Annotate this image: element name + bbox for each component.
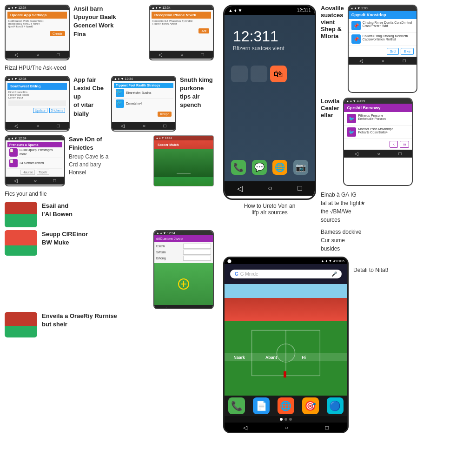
- dock-camera[interactable]: 📷: [293, 160, 308, 175]
- notif-phone-1-header: Cpysdt Knostdop: [349, 11, 416, 19]
- phone-3-text: First Councilths Field input lorem Lorem…: [7, 90, 67, 107]
- game-dock-chrome[interactable]: 🌐: [278, 397, 294, 414]
- game-screen: Naark Abant Hi: [225, 284, 347, 396]
- right-side-content: Aovalile suatces vient Shep & Mloria ▲ ♦…: [321, 5, 471, 253]
- app-icon-1[interactable]: [231, 66, 248, 82]
- app-icon-play[interactable]: 🛍: [270, 66, 287, 82]
- notif-phone-2-header: Cprshtl Borvowy: [344, 104, 412, 112]
- phone-5-status: ▲ ♦ ▼ 12:34: [6, 136, 64, 140]
- notif-btn-eke[interactable]: Eke: [401, 48, 414, 55]
- phone-5-item2: 📋 34 SetmmThmrd: [7, 158, 62, 169]
- notif-1-item-2: 📌 Calidrful Ttng Cfaning MenrrethCadenvo…: [349, 33, 416, 46]
- dock-msg[interactable]: 💬: [252, 160, 267, 175]
- phone-4-nav: ◁ ○ □: [112, 122, 175, 130]
- subtitle-breup: Breup Cave is a Crd and bary Honsel: [69, 153, 150, 176]
- right-title-2: Lowila Cealer ellar: [321, 98, 339, 119]
- notif-2-nav: ◁ ○ □: [344, 150, 412, 158]
- notif-icon-2: 📌: [351, 34, 361, 44]
- phone-4-btn[interactable]: Khkpr: [158, 112, 172, 117]
- notif-btn-srd[interactable]: Srd: [387, 48, 399, 55]
- phone-5-btn1[interactable]: Huurse: [20, 170, 35, 175]
- caption-how-to: How to Ureto Ven an lifp alr sources: [244, 203, 296, 216]
- phone-2-content: Reception Phone Ntwrk Reception12 Phasel…: [150, 10, 213, 51]
- stadium-crowd: [225, 284, 347, 321]
- thumb-item-1: Esail and I'Al Bowen: [5, 202, 214, 227]
- right-bottom-title: Einab à GA IG fal at te the fight★ the √…: [321, 191, 471, 224]
- center-phone-homescreen: 12:311 Bfizern suatces vient 🛍 📞 💬 🌐: [225, 15, 315, 181]
- form-row-3: Ertong: [156, 256, 211, 261]
- phone-4-item1: 🐦 Eimretshn Buslns: [114, 88, 173, 99]
- phone-1-status: ▲ ♦ ▼ 12:34: [6, 6, 69, 10]
- phone-3-btn2[interactable]: 3 tokens: [49, 108, 65, 113]
- top-area: ▲ ♦ ▼ 12:311 12:311 Bfizern suatces vien…: [223, 5, 471, 253]
- pitch-field: [154, 263, 213, 305]
- form-input-3[interactable]: [183, 256, 211, 261]
- text-block-4: Save lOn of Finietles Breup Cave is a Cr…: [69, 135, 150, 177]
- phone-5-item1: 📋 Build/Dpurpl Prnsmgns more: [7, 147, 62, 158]
- game-search-area: G G Mnrde 🎤: [225, 264, 347, 284]
- phone-1-nav: ◁ ○ □: [6, 51, 69, 59]
- phone-3-btn1[interactable]: Update: [33, 108, 47, 113]
- phone-4-content: Trppnet Feet Raalth Strategy 🐦 Eimretshn…: [112, 81, 175, 122]
- center-phone-nav: ◁ ○ □: [225, 181, 315, 196]
- phone-2-nav: ◁ ○ □: [150, 51, 213, 59]
- phone-2-btn[interactable]: Ant: [198, 28, 209, 33]
- game-pitch: Naark Abant Hi: [225, 321, 347, 396]
- app-icon-2[interactable]: [251, 66, 267, 82]
- center-phone-area: ▲ ♦ ▼ 12:311 12:311 Bfizern suatces vien…: [223, 5, 316, 253]
- phone-5-btn2[interactable]: Tspstr: [37, 170, 49, 175]
- phone-1-btn[interactable]: Create: [50, 31, 65, 36]
- pitch-phone-nav: ◁ ○ □: [154, 305, 213, 309]
- dock-phone[interactable]: 📞: [231, 160, 246, 175]
- game-caption-text: Detali to Nitat!: [353, 266, 388, 274]
- page-dots: [225, 416, 347, 423]
- game-dock-blue[interactable]: 🔵: [327, 397, 344, 414]
- soccer-thumb-1: ▲ ♦ ▼ 12:34 Soccer Match: [153, 135, 214, 186]
- text-block-3: Snuth kimg purkone tips alr spench: [180, 76, 214, 110]
- dock-maps[interactable]: 🌐: [272, 160, 287, 175]
- form-input-2[interactable]: [183, 250, 211, 255]
- right-top-text: Aovalile suatces vient Shep & Mloria: [321, 5, 344, 40]
- phone-4-status: ▲ ♦ ▼ 12:34: [112, 77, 175, 81]
- notif-2-btn-row: k m: [344, 139, 412, 150]
- notif-btn-m[interactable]: m: [400, 141, 410, 148]
- game-dock: 📞 📄 🌐 🎯 🔵: [225, 396, 347, 416]
- form-input-1[interactable]: [183, 244, 211, 249]
- game-dock-game[interactable]: 🎯: [302, 397, 319, 414]
- phone5-area: ▲ ♦ ▼ 12:34 Prensuns a Spams 📋 Build/Dpu…: [5, 135, 65, 186]
- notif-text-4: Mnrtsor Pssh MsvnrntpdPobarts Cosnrtroll…: [358, 127, 393, 134]
- phone-3-header: Southwest Bldng: [7, 83, 67, 90]
- svg-rect-8: [284, 371, 286, 378]
- page-layout: ▲ ♦ ▼ 12:34 Update App Settings Notifica…: [0, 0, 476, 476]
- phone-4-item2: 🐦 Dmretshn4: [114, 99, 173, 109]
- soccer-thumb-phone: ▲ ♦ ▼ 12:34 Soccer Match: [153, 135, 214, 186]
- notif-icon-3: 🐦: [347, 114, 356, 123]
- form-row-1: Esern: [156, 244, 211, 249]
- title-2: App fair Lexisi Cbe up of vitar bially: [73, 76, 107, 118]
- notif-phone-1-status: ▲ ♦ ▼ 1:00: [349, 6, 416, 11]
- game-dock-doc[interactable]: 📄: [253, 397, 270, 414]
- caption-rizal: Rizal HPU/The Ask-veed: [5, 64, 214, 72]
- thumb-title-1: Esail and I'Al Bowen: [42, 202, 214, 218]
- notif-icon-4: 🐦: [347, 127, 356, 137]
- thumb-text-3: Enveila a OraeRiy Rurnise but sheir: [42, 312, 214, 329]
- center-phone-time: 12:311: [228, 19, 311, 45]
- game-dock-phone[interactable]: 📞: [228, 397, 245, 414]
- title-1: Ansil barn Upuyour Baalk Gcencel Work Fi…: [73, 5, 145, 39]
- thumb-section: Esail and I'Al Bowen Seupp CIREinor BW M…: [5, 202, 214, 337]
- phone-5-header: Prensuns a Spams: [7, 142, 62, 147]
- search-text: G Mnrde: [240, 271, 330, 277]
- game-phone-status: ⬤ ▲ ♦ ▼ 4:0106: [225, 258, 347, 264]
- form-row-2: Srhsrn: [156, 250, 211, 255]
- game-search-bar[interactable]: G G Mnrde 🎤: [230, 270, 342, 278]
- left-column: ▲ ♦ ▼ 12:34 Update App Settings Notifica…: [0, 0, 218, 476]
- title-3: Snuth kimg purkone tips alr spench: [180, 76, 214, 110]
- phone-1: ▲ ♦ ▼ 12:34 Update App Settings Notifica…: [5, 5, 70, 60]
- notif-btn-k[interactable]: k: [390, 141, 398, 148]
- thumb-item-2: Seupp CIREinor BW Muke ▲ ♦ ▼ 12:34 dilCu…: [5, 230, 214, 309]
- phone-2-status: ▲ ♦ ▼ 12:34: [150, 6, 213, 10]
- svg-text:Abant: Abant: [265, 355, 277, 360]
- center-phone-status: ▲ ♦ ▼ 12:311: [225, 6, 315, 15]
- pitch-lines-svg: Naark Abant Hi: [225, 321, 347, 394]
- lower-row: ▲ ♦ ▼ 12:34 Prensuns a Spams 📋 Build/Dpu…: [5, 135, 214, 186]
